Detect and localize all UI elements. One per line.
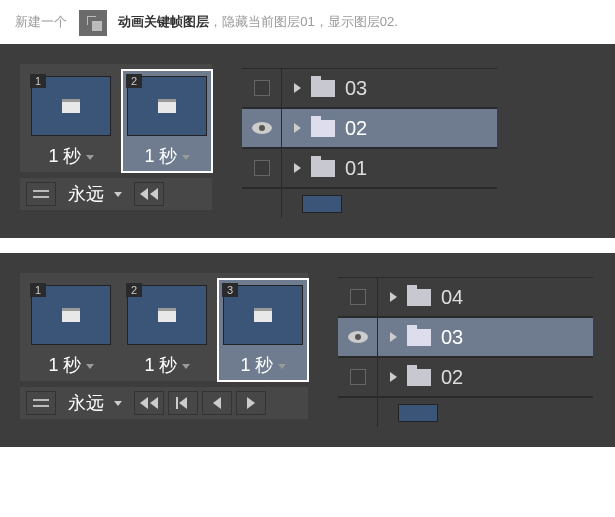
frame-duration[interactable]: 1 秒 [218,349,308,381]
frame-number: 1 [30,74,46,88]
timeline-controls: 永远 [20,178,212,210]
instruction-text: 新建一个 动画关键帧图层，隐藏当前图层01，显示图层02. [0,0,615,44]
first-frame-button[interactable] [168,391,198,415]
layer-row[interactable]: 03 [242,68,497,108]
frame-duration[interactable]: 1 秒 [26,349,116,381]
layer-name: 03 [441,326,463,349]
visibility-box [254,80,270,96]
animation-panel: 1 1 秒 2 1 秒 3 1 秒 永远 04 [0,253,615,447]
frame-number: 2 [126,74,142,88]
visibility-box [350,289,366,305]
expand-icon[interactable] [390,332,397,342]
layer-row[interactable]: 02 [338,357,593,397]
folder-icon [311,80,335,97]
layer-name: 02 [441,366,463,389]
visibility-toggle[interactable] [338,278,378,316]
expand-icon[interactable] [390,292,397,302]
folder-icon [311,120,335,137]
visibility-box [254,160,270,176]
eye-icon [252,122,272,134]
frame-duration[interactable]: 1 秒 [122,349,212,381]
visibility-box [350,369,366,385]
expand-icon[interactable] [294,163,301,173]
frame-number: 2 [126,283,142,297]
visibility-toggle[interactable] [242,149,282,187]
expand-icon[interactable] [390,372,397,382]
timeline-settings-button[interactable] [26,182,56,206]
layer-strip [242,188,497,218]
visibility-toggle[interactable] [242,69,282,107]
timeline-frame[interactable]: 1 1 秒 [26,279,116,381]
layer-name: 02 [345,117,367,140]
prev-frame-button[interactable] [202,391,232,415]
timeline-frame[interactable]: 1 1 秒 [26,70,116,172]
layers-panel: 04 03 02 [338,277,593,427]
expand-icon[interactable] [294,123,301,133]
timeline-frame[interactable]: 3 1 秒 [218,279,308,381]
layer-row[interactable]: 02 [242,108,497,148]
timeline-frame[interactable]: 2 1 秒 [122,70,212,172]
layer-row[interactable]: 04 [338,277,593,317]
timeline-settings-button[interactable] [26,391,56,415]
folder-icon [311,160,335,177]
layers-panel: 03 02 01 [242,68,497,218]
timeline: 1 1 秒 2 1 秒 3 1 秒 永远 [20,273,308,419]
next-frame-button[interactable] [236,391,266,415]
layer-name: 04 [441,286,463,309]
eye-icon [348,331,368,343]
rewind-button[interactable] [134,391,164,415]
animation-layer-icon [79,10,107,36]
loop-selector[interactable]: 永远 [60,391,130,415]
loop-selector[interactable]: 永远 [60,182,130,206]
layer-row[interactable]: 01 [242,148,497,188]
timeline-controls: 永远 [20,387,308,419]
frame-duration[interactable]: 1 秒 [26,140,116,172]
folder-icon [407,369,431,386]
timeline: 1 1 秒 2 1 秒 永远 [20,64,212,210]
frame-duration[interactable]: 1 秒 [122,140,212,172]
layer-name: 03 [345,77,367,100]
folder-icon [407,289,431,306]
layer-name: 01 [345,157,367,180]
layer-row[interactable]: 03 [338,317,593,357]
folder-icon [407,329,431,346]
visibility-toggle[interactable] [338,358,378,396]
settings-icon [33,397,49,409]
frame-number: 1 [30,283,46,297]
visibility-toggle[interactable] [242,109,282,147]
layer-strip [338,397,593,427]
rewind-button[interactable] [134,182,164,206]
visibility-toggle[interactable] [338,318,378,356]
animation-panel: 1 1 秒 2 1 秒 永远 03 02 [0,44,615,238]
settings-icon [33,188,49,200]
frame-number: 3 [222,283,238,297]
timeline-frame[interactable]: 2 1 秒 [122,279,212,381]
expand-icon[interactable] [294,83,301,93]
